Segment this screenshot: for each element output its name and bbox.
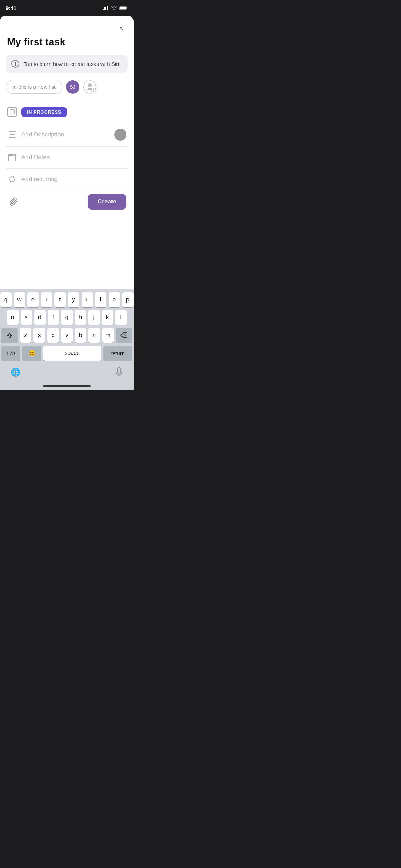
signal-icon (103, 6, 109, 10)
recurring-icon (7, 174, 17, 184)
plus-badge: + (91, 88, 96, 93)
person-head-shape (88, 83, 92, 87)
paperclip-icon (9, 197, 18, 206)
dates-label: Add Dates (21, 154, 50, 161)
home-indicator (43, 385, 91, 387)
key-g[interactable]: g (61, 310, 73, 325)
close-button[interactable]: × (116, 23, 126, 33)
space-key[interactable]: space (43, 346, 101, 361)
description-label: Add Description (21, 131, 64, 138)
keyboard-row-4: 123 😊 space return (1, 346, 132, 361)
create-button[interactable]: Create (88, 194, 126, 210)
keyboard-row-3: z x c v b n m (1, 328, 132, 343)
keyboard-row-1: q w e r t y u i o p (1, 292, 132, 307)
toggle-circle[interactable] (114, 129, 126, 141)
key-c[interactable]: c (47, 328, 59, 343)
status-time: 9:41 (6, 5, 16, 11)
status-row[interactable]: IN PROGRESS (0, 101, 134, 123)
bottom-toolbar: Create (0, 190, 134, 215)
key-q[interactable]: q (0, 292, 12, 307)
key-w[interactable]: w (14, 292, 25, 307)
svg-rect-6 (127, 7, 128, 9)
key-x[interactable]: x (33, 328, 45, 343)
key-s[interactable]: s (21, 310, 32, 325)
key-b[interactable]: b (75, 328, 87, 343)
description-icon (7, 130, 17, 140)
svg-rect-7 (118, 368, 120, 373)
recurring-label: Add recurring (21, 176, 58, 183)
recurring-row[interactable]: Add recurring (0, 169, 134, 190)
key-y[interactable]: y (68, 292, 79, 307)
return-key[interactable]: return (103, 346, 132, 361)
battery-icon (119, 6, 128, 10)
emoji-key[interactable]: 😊 (22, 346, 41, 361)
task-title: My first task (0, 33, 134, 55)
svg-rect-2 (105, 7, 106, 10)
description-row[interactable]: Add Description (0, 123, 134, 146)
key-z[interactable]: z (20, 328, 32, 343)
keyboard-bottom: 🌐 (0, 365, 134, 383)
shift-key[interactable] (1, 328, 18, 343)
key-v[interactable]: v (61, 328, 73, 343)
modal-sheet: × My first task ℹ Tap to learn how to cr… (0, 16, 134, 289)
key-p[interactable]: p (122, 292, 134, 307)
globe-button[interactable]: 🌐 (11, 368, 20, 377)
svg-rect-5 (120, 7, 126, 9)
status-square-icon (7, 107, 17, 117)
key-f[interactable]: f (48, 310, 59, 325)
keyboard-row-2: a s d f g h j k l (1, 310, 132, 325)
add-person-button[interactable]: + (83, 80, 97, 94)
key-m[interactable]: m (102, 328, 114, 343)
info-icon: ℹ (11, 60, 19, 68)
key-r[interactable]: r (41, 292, 52, 307)
key-d[interactable]: d (34, 310, 46, 325)
key-t[interactable]: t (54, 292, 66, 307)
key-h[interactable]: h (75, 310, 86, 325)
key-j[interactable]: j (88, 310, 100, 325)
key-n[interactable]: n (88, 328, 100, 343)
svg-rect-3 (107, 6, 108, 10)
key-l[interactable]: l (115, 310, 127, 325)
siri-banner[interactable]: ℹ Tap to learn how to create tasks with … (6, 55, 128, 73)
svg-rect-0 (103, 9, 104, 10)
calendar-icon (7, 153, 17, 162)
attachment-button[interactable] (7, 195, 20, 208)
key-o[interactable]: o (109, 292, 120, 307)
list-row: in this is a new list SJ + (6, 80, 128, 94)
modal-header: × (0, 16, 134, 33)
dates-row[interactable]: Add Dates (0, 147, 134, 168)
status-bar: 9:41 (0, 0, 134, 16)
avatar-sj[interactable]: SJ (66, 80, 79, 94)
list-selector[interactable]: in this is a new list (6, 80, 62, 94)
mic-button[interactable] (115, 367, 123, 377)
num-key[interactable]: 123 (1, 346, 20, 361)
key-e[interactable]: e (27, 292, 39, 307)
delete-key[interactable] (116, 328, 132, 343)
key-u[interactable]: u (82, 292, 93, 307)
status-icons (103, 6, 128, 10)
wifi-icon (111, 6, 117, 10)
svg-rect-1 (104, 7, 105, 10)
key-i[interactable]: i (95, 292, 106, 307)
key-a[interactable]: a (7, 310, 19, 325)
status-badge: IN PROGRESS (21, 107, 67, 117)
key-k[interactable]: k (102, 310, 113, 325)
keyboard: q w e r t y u i o p a s d f g h j k l z … (0, 289, 134, 365)
siri-banner-text: Tap to learn how to create tasks with Si… (24, 61, 119, 67)
